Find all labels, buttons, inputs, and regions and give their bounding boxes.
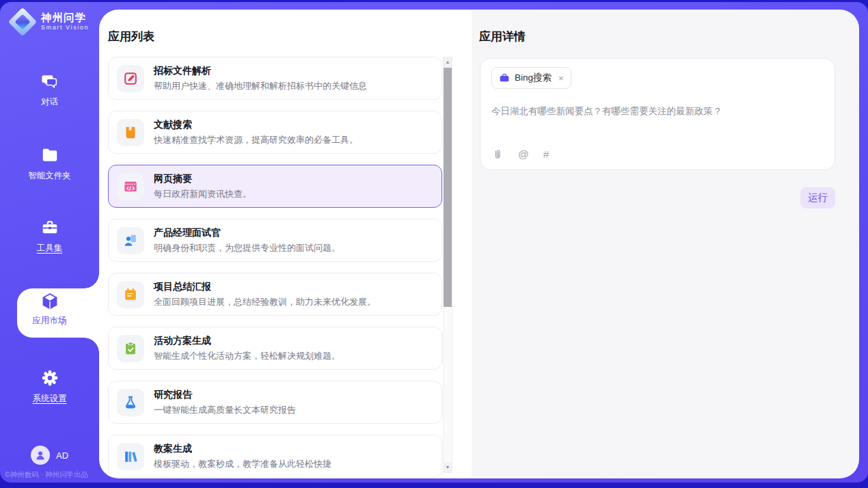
sidebar-item-3[interactable]: 工具集 xyxy=(0,219,99,262)
gear-icon xyxy=(0,369,99,390)
scrollbar-down-arrow-icon[interactable]: ▼ xyxy=(444,463,452,472)
sidebar-item-4[interactable]: 应用市场 xyxy=(0,291,99,335)
cube-icon xyxy=(0,291,99,312)
app-card-title: 招标文件解析 xyxy=(154,65,367,77)
interview-icon xyxy=(117,227,144,254)
at-icon[interactable]: @ xyxy=(518,148,529,161)
sidebar-item-label: 工具集 xyxy=(37,243,63,254)
app-card[interactable]: 产品经理面试官 明确身份和职责，为您提供专业性的面试问题。 xyxy=(108,219,442,262)
sidebar-item-2[interactable]: 智能文件夹 xyxy=(0,146,99,190)
desktop-frame: 神州问学 Smart Vision 对话 智能文件夹 工具集 应用市场 系统设置 xyxy=(0,0,868,488)
app-card-description: 智能生成个性化活动方案，轻松解决规划难题。 xyxy=(154,350,340,362)
scrollbar-thumb[interactable] xyxy=(444,68,452,307)
sidebar-item-label: 应用市场 xyxy=(33,315,67,327)
run-button[interactable]: 运行 xyxy=(800,187,835,208)
sidebar-item-5[interactable]: 系统设置 xyxy=(0,369,99,413)
app-card-title: 项目总结汇报 xyxy=(154,281,376,293)
doc-edit-icon xyxy=(117,65,144,92)
app-card[interactable]: 文献搜索 快速精准查找学术资源，提高研究效率的必备工具。 xyxy=(108,111,442,154)
app-card-list: 招标文件解析 帮助用户快速、准确地理解和解析招标书中的关键信息 文献搜索 快速精… xyxy=(108,57,442,478)
toolbox-icon xyxy=(0,219,99,239)
app-card-title: 网页摘要 xyxy=(154,173,252,185)
app-card[interactable]: 教案生成 模板驱动，教案秒成，教学准备从此轻松快捷 xyxy=(108,435,442,478)
app-card-description: 全面回顾项目进展，总结经验教训，助力未来优化发展。 xyxy=(154,296,376,308)
books-icon xyxy=(117,443,144,470)
clipboard-check-icon xyxy=(117,335,144,362)
tab-curve-top xyxy=(84,273,99,288)
brand-subtitle: Smart Vision xyxy=(41,25,89,31)
prompt-composer[interactable]: Bing搜索 × 今日湖北有哪些新闻要点？有哪些需要关注的最新政策？ @# xyxy=(480,58,835,170)
app-card-title: 产品经理面试官 xyxy=(154,227,340,239)
scrollbar[interactable]: ▲ ▼ xyxy=(443,57,452,473)
tool-chip-bing-search[interactable]: Bing搜索 × xyxy=(491,67,571,89)
app-card[interactable]: 项目总结汇报 全面回顾项目进展，总结经验教训，助力未来优化发展。 xyxy=(108,273,442,316)
copyright-footer: ©神州数码 · 神州问学出品 xyxy=(5,470,88,480)
app-detail-panel: 应用详情 Bing搜索 × 今日湖北有哪些新闻要点？有哪些需要关注的最新政策？ … xyxy=(472,10,859,478)
brand: 神州问学 Smart Vision xyxy=(10,10,89,34)
app-card[interactable]: 研究报告 一键智能生成高质量长文本研究报告 xyxy=(108,381,442,424)
composer-toolbar: @# xyxy=(492,148,549,161)
app-card-description: 模板驱动，教案秒成，教学准备从此轻松快捷 xyxy=(154,458,331,470)
user-row[interactable]: AD xyxy=(0,446,99,465)
sidebar-item-label: 智能文件夹 xyxy=(28,170,71,182)
close-icon[interactable]: × xyxy=(558,74,564,83)
app-card-description: 每日政府新闻资讯快查。 xyxy=(154,188,252,200)
app-card[interactable]: 活动方案生成 智能生成个性化活动方案，轻松解决规划难题。 xyxy=(108,327,442,370)
app-list-title: 应用列表 xyxy=(108,29,154,44)
app-card-description: 帮助用户快速、准确地理解和解析招标书中的关键信息 xyxy=(154,80,367,92)
user-initials: AD xyxy=(56,450,68,461)
note-icon xyxy=(117,281,144,308)
hash-icon[interactable]: # xyxy=(543,148,550,161)
brand-logo-icon xyxy=(10,10,35,34)
scrollbar-up-arrow-icon[interactable]: ▲ xyxy=(444,57,452,67)
browser-icon xyxy=(117,173,144,200)
sidebar-item-1[interactable]: 对话 xyxy=(0,72,99,116)
flask-icon xyxy=(117,389,144,416)
app-card-title: 教案生成 xyxy=(154,443,331,455)
sidebar-item-label: 对话 xyxy=(41,96,58,108)
chat-icon xyxy=(0,72,99,93)
tool-chip-label: Bing搜索 xyxy=(515,72,552,84)
book-icon xyxy=(117,119,144,146)
app-card-description: 快速精准查找学术资源，提高研究效率的必备工具。 xyxy=(154,134,358,146)
avatar xyxy=(31,446,50,465)
app-card-title: 研究报告 xyxy=(154,389,296,401)
paperclip-icon[interactable] xyxy=(492,149,504,161)
briefcase-icon xyxy=(499,72,510,83)
app-card[interactable]: 招标文件解析 帮助用户快速、准确地理解和解析招标书中的关键信息 xyxy=(108,57,442,100)
app-card-title: 活动方案生成 xyxy=(154,335,340,347)
tab-curve-bottom xyxy=(84,338,99,353)
app-card-description: 一键智能生成高质量长文本研究报告 xyxy=(154,404,296,416)
app-card-title: 文献搜索 xyxy=(154,119,358,131)
sidebar-item-label: 系统设置 xyxy=(33,393,67,405)
prompt-text[interactable]: 今日湖北有哪些新闻要点？有哪些需要关注的最新政策？ xyxy=(491,105,824,118)
content-panels: 应用列表 招标文件解析 帮助用户快速、准确地理解和解析招标书中的关键信息 文献搜… xyxy=(99,10,859,478)
app-card[interactable]: 网页摘要 每日政府新闻资讯快查。 xyxy=(108,165,442,208)
app-detail-title: 应用详情 xyxy=(479,29,526,44)
folder-icon xyxy=(0,146,99,167)
app-card-description: 明确身份和职责，为您提供专业性的面试问题。 xyxy=(154,242,340,254)
app-window: 神州问学 Smart Vision 对话 智能文件夹 工具集 应用市场 系统设置 xyxy=(0,2,868,483)
sidebar: 神州问学 Smart Vision 对话 智能文件夹 工具集 应用市场 系统设置 xyxy=(0,2,99,483)
brand-name: 神州问学 xyxy=(41,12,89,23)
app-list-panel: 应用列表 招标文件解析 帮助用户快速、准确地理解和解析招标书中的关键信息 文献搜… xyxy=(99,10,472,478)
